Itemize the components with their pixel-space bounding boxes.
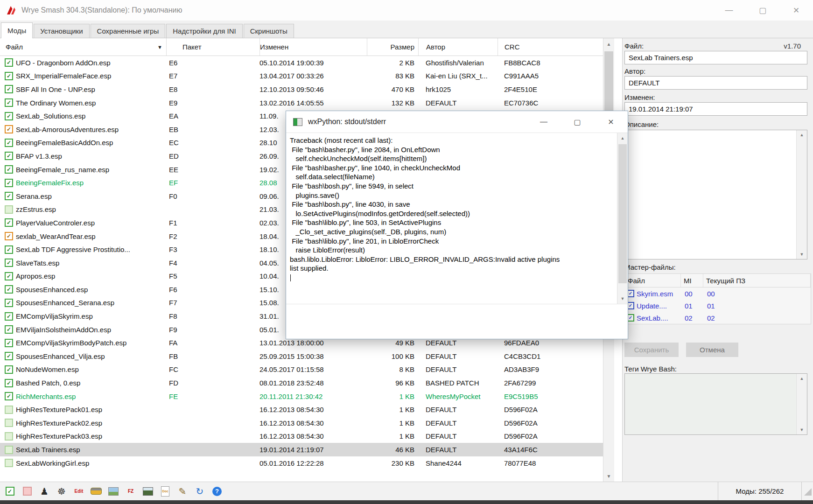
column-header-size[interactable]: Размер [367,38,418,56]
tab-Скриншоты[interactable]: Скриншоты [244,24,294,38]
mod-row[interactable]: ✓SRX_ImperialFemaleFace.espE713.04.2017 … [0,70,603,83]
maximize-button[interactable]: ▢ [746,0,779,21]
mod-checkbox[interactable]: ✓ [5,218,13,227]
image-tool-icon[interactable] [107,485,119,497]
column-header-file[interactable]: Файл ▼ [0,38,166,56]
mod-checkbox[interactable]: ✓ [5,245,13,254]
minimize-button[interactable]: — [712,0,746,21]
pink-filter-checkbox-icon[interactable] [21,485,33,497]
mod-row[interactable]: SexLabWorkingGirl.esp05.01.2016 12:22:28… [0,456,603,470]
tab-Установщики[interactable]: Установщики [34,24,89,38]
scroll-up-button[interactable]: ▲ [603,38,614,49]
mod-checkbox[interactable]: ✓ [5,192,13,200]
mod-row[interactable]: ✓UFO - Dragonborn AddOn.espE605.10.2014 … [0,56,603,70]
column-header-package[interactable]: Пакет [166,38,259,56]
notepad-icon[interactable]: ✎ [176,485,189,497]
tab-Моды[interactable]: Моды [1,22,33,38]
description-scroll-down[interactable]: ▼ [797,250,807,259]
mod-checkbox[interactable]: ✓ [5,152,13,160]
master-row[interactable]: ✓Skyrim.esm0000 [625,287,811,300]
mod-row[interactable]: ✓SpousesEnhanced_Vilja.espFB25.09.2015 1… [0,350,603,363]
mod-checkbox[interactable]: ✓ [5,112,13,120]
edit-tool-icon[interactable]: Edit [73,485,85,497]
bash-tags-scroll-down[interactable]: ▼ [797,425,807,434]
dialog-scroll-down[interactable]: ▼ [617,294,628,304]
mod-row[interactable]: ✓SBF All In One - UNP.espE812.10.2013 09… [0,83,603,96]
ship-wheel-icon[interactable]: ☸ [56,485,68,497]
mod-row[interactable]: HighResTexturePack01.esp16.12.2013 08:54… [0,403,603,416]
masters-column-current: Текущий ПЗ [703,274,811,287]
bash-tags-scroll-up[interactable]: ▲ [797,374,807,383]
dialog-title-bar[interactable]: wxPython: stdout/stderr — ▢ ✕ [286,111,628,133]
bash-tags-scrollbar[interactable]: ▲ ▼ [796,374,807,434]
close-button[interactable]: ✕ [779,0,813,21]
cancel-button[interactable]: Отмена [686,343,738,357]
mod-checkbox[interactable]: ✓ [5,85,13,93]
author-input[interactable] [624,76,807,90]
mod-checkbox[interactable] [5,432,13,441]
car-icon[interactable] [90,485,102,497]
landscape-icon[interactable] [142,485,154,497]
swirl-icon[interactable]: ↻ [194,485,206,497]
mod-checkbox[interactable]: ✓ [5,272,13,280]
master-row[interactable]: ✓Update....0101 [625,300,811,312]
mod-row[interactable]: ✓RichMerchants.espFE20.11.2011 21:30:421… [0,390,603,403]
mod-row[interactable]: HighResTexturePack02.esp16.12.2013 08:54… [0,416,603,430]
mod-checkbox[interactable] [5,419,13,427]
file-name-input[interactable] [624,51,807,64]
mod-checkbox[interactable]: ✓ [5,165,13,174]
column-header-author[interactable]: Автор [418,38,498,56]
mod-checkbox[interactable]: ✓ [5,125,13,133]
description-scrollbar[interactable]: ▲ ▼ [796,130,807,259]
mod-checkbox[interactable]: ✓ [5,325,13,334]
dialog-minimize-button[interactable]: — [527,111,561,133]
mod-row[interactable]: HighResTexturePack03.esp16.12.2013 08:54… [0,430,603,443]
mod-checkbox[interactable]: ✓ [5,352,13,360]
column-header-crc[interactable]: CRC [498,38,603,56]
dialog-text-area[interactable]: Traceback (most recent call last): File … [286,133,628,304]
bash-tags-box[interactable]: ▲ ▼ [624,373,807,435]
master-row[interactable]: ✓SexLab....0202 [625,312,811,324]
mod-checkbox[interactable]: ✓ [5,285,13,294]
mod-checkbox[interactable]: ✓ [5,259,13,267]
mod-row[interactable]: SexLab Trainers.esp19.01.2014 21:19:0746… [0,443,603,456]
scroll-down-button[interactable]: ▼ [603,470,614,482]
mod-checkbox[interactable]: ✓ [5,179,13,187]
mod-row[interactable]: ✓NoNudeWomen.espFC24.05.2017 01:15:588 K… [0,363,603,377]
save-button[interactable]: Сохранить [624,343,679,357]
dialog-scroll-thumb[interactable] [618,144,627,283]
dialog-scroll-up[interactable]: ▲ [617,133,628,143]
column-header-modified[interactable]: Изменен [259,38,367,56]
description-scroll-up[interactable]: ▲ [797,130,807,140]
filezilla-icon[interactable]: FZ [125,485,137,497]
mod-checkbox[interactable]: ✓ [5,365,13,374]
mod-checkbox[interactable] [5,459,13,467]
dialog-maximize-button[interactable]: ▢ [561,111,594,133]
mod-checkbox[interactable] [5,446,13,454]
description-box[interactable]: ▲ ▼ [624,130,807,259]
mod-checkbox[interactable]: ✓ [5,392,13,400]
tab-Сохраненные игры[interactable]: Сохраненные игры [91,24,166,38]
mod-checkbox[interactable]: ✓ [5,299,13,307]
resize-grip[interactable] [804,488,812,496]
mod-checkbox[interactable]: ✓ [5,139,13,147]
mod-checkbox[interactable]: ✓ [5,312,13,321]
mod-checkbox[interactable] [5,205,13,214]
mod-checkbox[interactable]: ✓ [5,232,13,240]
mod-checkbox[interactable]: ✓ [5,72,13,80]
mods-filter-checkbox-icon[interactable]: ✓ [4,485,16,497]
mod-checkbox[interactable]: ✓ [5,98,13,107]
mod-row[interactable]: ✓Bashed Patch, 0.espFD08.01.2018 23:52:4… [0,376,603,390]
dialog-scrollbar[interactable]: ▲ ▼ [617,133,628,304]
mod-checkbox[interactable]: ✓ [5,379,13,387]
mod-row[interactable]: ✓The Ordinary Women.espE913.02.2016 14:0… [0,96,603,110]
modified-input[interactable] [624,102,807,116]
mod-checkbox[interactable]: ✓ [5,339,13,347]
dialog-close-button[interactable]: ✕ [594,111,628,133]
mod-checkbox[interactable]: ✓ [5,58,13,67]
doc-tool-icon[interactable]: Doc [159,485,171,497]
tab-Надстройки для INI[interactable]: Надстройки для INI [166,24,242,38]
figure-icon[interactable]: ♟ [38,485,50,497]
mod-checkbox[interactable] [5,406,13,414]
help-icon[interactable]: ? [211,485,223,497]
